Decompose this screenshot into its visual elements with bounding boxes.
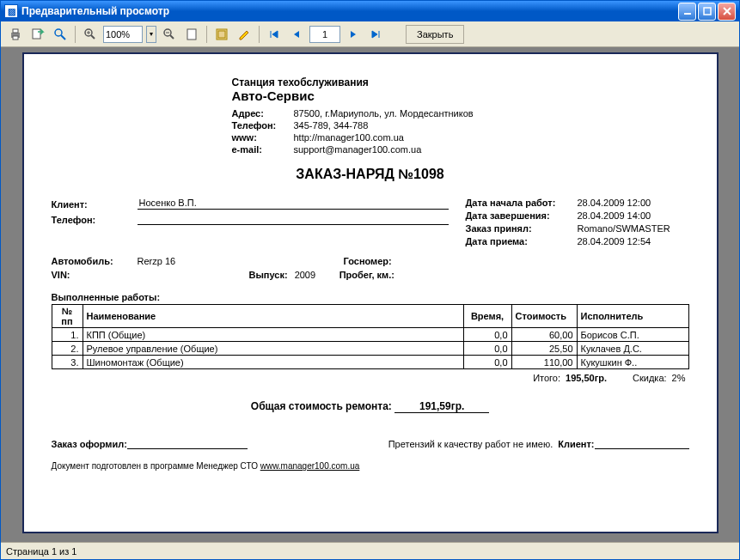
table-row: 1.КПП (Общие)0,060,00Борисов С.П. <box>52 328 688 342</box>
cell-exec: Кукушкин Ф.. <box>577 356 688 369</box>
zoom-in-button[interactable] <box>81 25 100 44</box>
table-row: 3.Шиномонтаж (Общие)0,0110,00Кукушкин Ф.… <box>52 356 688 369</box>
cell-cost: 25,50 <box>511 342 577 356</box>
export-icon <box>31 27 45 41</box>
address-label: Адрес: <box>232 108 294 119</box>
document-scroll[interactable]: Станция техобслуживания Авто-Сервис Адре… <box>6 52 734 537</box>
svg-line-15 <box>170 35 174 39</box>
last-page-button[interactable] <box>366 25 385 44</box>
cell-num: 2. <box>52 342 83 356</box>
phone-value: 345-789, 344-788 <box>294 120 369 131</box>
zoom-out-button[interactable] <box>160 25 179 44</box>
www-label: www: <box>232 132 294 143</box>
toolbar-separator <box>259 26 260 43</box>
svg-rect-5 <box>13 29 18 33</box>
received-label: Дата приема: <box>466 236 578 247</box>
works-title: Выполненные работы: <box>52 292 689 302</box>
svg-point-8 <box>55 29 62 36</box>
th-num: № пп <box>52 305 83 328</box>
margins-button[interactable] <box>212 25 231 44</box>
app-icon: ▨ <box>4 4 18 18</box>
next-page-button[interactable] <box>344 25 363 44</box>
accepted-value: Romano/SWMASTER <box>578 223 670 234</box>
minimize-icon <box>683 7 692 15</box>
address-value: 87500, г.Мариуполь, ул. Мордесантников <box>294 108 474 119</box>
svg-line-9 <box>61 35 65 40</box>
start-date-value: 28.04.2009 12:00 <box>578 198 651 208</box>
client-sign-label: Клиент: <box>558 439 594 449</box>
car-label: Автомобиль: <box>52 256 138 266</box>
signed-line <box>127 448 248 449</box>
grand-value: 191,59гр. <box>394 400 489 413</box>
works-table: № пп Наименование Время, Стоимость Испол… <box>52 304 689 369</box>
station-subtitle: Станция техобслуживания <box>232 76 689 88</box>
mileage-label: Пробег, км.: <box>339 270 394 280</box>
first-page-icon <box>268 28 280 40</box>
cell-time: 0,0 <box>463 356 511 369</box>
print-button[interactable] <box>6 25 25 44</box>
table-row: 2.Рулевое управление (Общие)0,025,50Кукл… <box>52 342 688 356</box>
document-page: Станция техобслуживания Авто-Сервис Адре… <box>22 52 719 533</box>
year-label: Выпуск: <box>249 270 288 280</box>
discount-value: 2% <box>672 373 686 383</box>
svg-rect-0 <box>684 13 691 15</box>
zoom-in-icon <box>83 27 97 41</box>
prev-page-button[interactable] <box>287 25 306 44</box>
client-phone-value <box>138 213 449 225</box>
client-value: Носенко В.П. <box>138 198 449 210</box>
maximize-button[interactable] <box>698 3 716 21</box>
cell-num: 3. <box>52 356 83 369</box>
cell-cost: 110,00 <box>511 356 577 369</box>
svg-rect-1 <box>704 8 711 15</box>
zoom-dropdown[interactable]: ▾ <box>146 26 156 43</box>
edit-icon <box>237 27 251 41</box>
find-button[interactable] <box>51 25 70 44</box>
page-input[interactable] <box>309 26 340 43</box>
cell-name: КПП (Общие) <box>83 328 463 342</box>
client-phone-label: Телефон: <box>52 215 138 225</box>
zoom-value[interactable]: 100% <box>103 26 143 43</box>
close-window-button[interactable] <box>718 3 736 21</box>
margins-icon <box>215 27 229 41</box>
first-page-button[interactable] <box>265 25 284 44</box>
claim-text: Претензий к качеству работ не имею. <box>388 439 553 449</box>
edit-button[interactable] <box>235 25 254 44</box>
export-button[interactable] <box>28 25 47 44</box>
station-name: Авто-Сервис <box>232 88 689 103</box>
cell-cost: 60,00 <box>511 328 577 342</box>
document-title: ЗАКАЗ-НАРЯД №1098 <box>52 167 689 182</box>
vin-value <box>138 270 249 280</box>
accepted-label: Заказ принял: <box>466 223 578 234</box>
car-value: Rerzp 16 <box>138 256 344 266</box>
toolbar-separator <box>206 26 207 43</box>
vin-label: VIN: <box>52 270 138 280</box>
statusbar: Страница 1 из 1 <box>1 542 739 559</box>
footer-link[interactable]: www.manager100.com.ua <box>260 461 360 471</box>
discount-label: Скидка: <box>633 373 667 383</box>
end-date-label: Дата завершения: <box>466 210 578 221</box>
preview-window: ▨ Предварительный просмотр 100% <box>0 0 740 560</box>
phone-label: Телефон: <box>232 120 294 131</box>
close-preview-button[interactable]: Закрыть <box>406 25 464 44</box>
fit-page-button[interactable] <box>182 25 201 44</box>
status-text: Страница 1 из 1 <box>6 546 76 557</box>
cell-name: Шиномонтаж (Общие) <box>83 356 463 369</box>
th-time: Время, <box>463 305 511 328</box>
svg-rect-17 <box>187 29 196 40</box>
gosnomer-label: Госномер: <box>344 256 392 266</box>
email-value: support@manager100.com.ua <box>294 144 422 155</box>
zoom-out-icon <box>162 27 176 41</box>
maximize-icon <box>703 7 712 15</box>
signed-label: Заказ оформил: <box>52 439 127 449</box>
footer-note: Документ подготовлен в программе Менедже… <box>52 461 689 471</box>
document-area: Станция техобслуживания Авто-Сервис Адре… <box>1 47 739 542</box>
minimize-button[interactable] <box>678 3 696 21</box>
cell-time: 0,0 <box>463 328 511 342</box>
th-exec: Исполнитель <box>577 305 688 328</box>
client-sign-line <box>595 448 689 449</box>
print-icon <box>9 27 22 41</box>
toolbar-separator <box>75 26 76 43</box>
th-cost: Стоимость <box>511 305 577 328</box>
grand-label: Общая стоимость ремонта: <box>251 400 392 412</box>
close-icon <box>723 7 731 15</box>
